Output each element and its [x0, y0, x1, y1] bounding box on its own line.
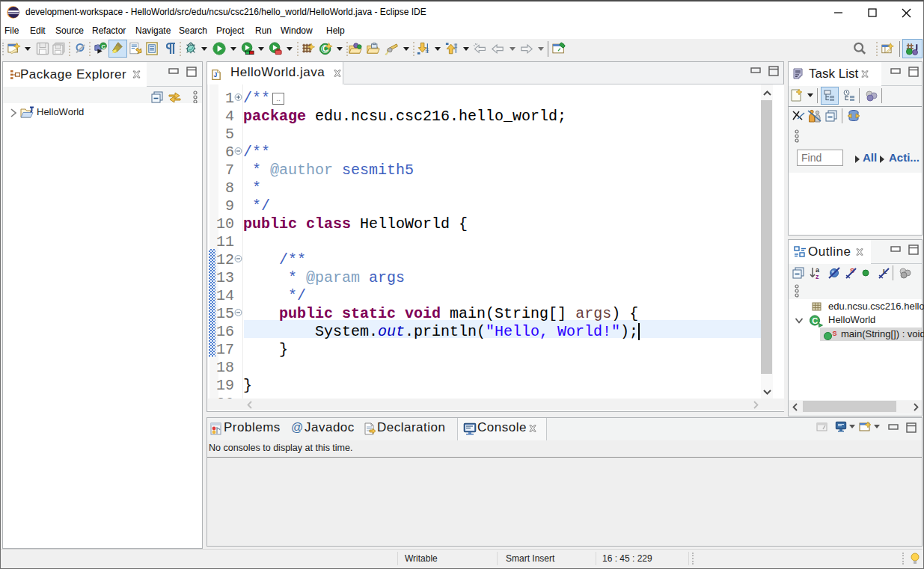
svg-text:C: C: [812, 316, 818, 325]
svg-text:J: J: [214, 71, 218, 79]
svg-text:C: C: [102, 43, 106, 50]
svg-text:z: z: [816, 273, 819, 280]
svg-text:S: S: [833, 330, 837, 337]
